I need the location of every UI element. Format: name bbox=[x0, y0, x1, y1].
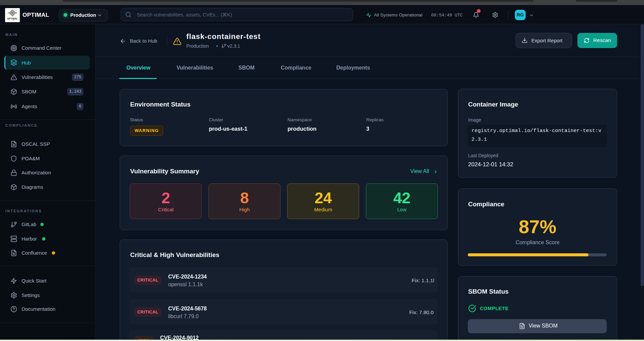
svg-text:OPTIMAL: OPTIMAL bbox=[7, 17, 18, 20]
svg-text:™: ™ bbox=[13, 20, 14, 21]
